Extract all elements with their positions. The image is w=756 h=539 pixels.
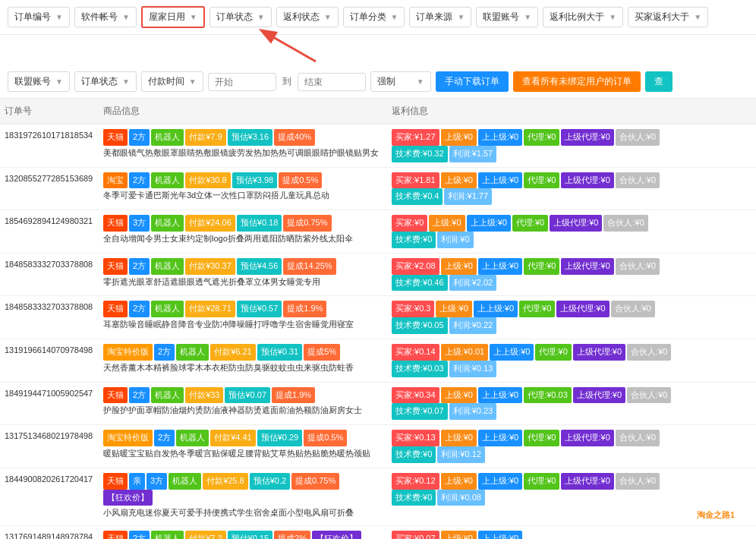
rebate-up-agent-badge: 上级代理:¥0	[561, 430, 613, 446]
chevron-down-icon: ▼	[609, 13, 616, 21]
goods-info-cell: 淘宝特价版2方机器人付款¥6.21预估¥0.31提成5%天然香薰木本精裤脸球零木…	[99, 339, 387, 382]
btn-unbound-users[interactable]: 查看所有未绑定用户的订单	[513, 71, 641, 92]
goods-desc: 全自动增闻令男士女束约定制logo折叠两用遮阳防晒防紫外线太阳伞	[103, 234, 353, 243]
chevron-down-icon: ▼	[190, 13, 197, 21]
rebate-buyer-badge: 买家:¥0.14	[392, 344, 439, 361]
rebate-profit-badge: 利润:¥0.22	[449, 317, 497, 334]
btn-search[interactable]: 查	[645, 71, 673, 92]
goods-desc: 护脸护护面罩帽防油烟灼烫防油液神器防烫遮面前油热额防油厨房女士	[103, 405, 362, 414]
grow-tag: 提成5%	[304, 344, 340, 361]
chevron-down-icon: ▼	[122, 77, 130, 86]
filter-union-account-bottom[interactable]: 联盟账号 ▼	[8, 71, 70, 92]
shop-type-tag: 淘宝	[103, 172, 128, 189]
grow-tag: 提成0.5%	[304, 430, 347, 446]
estimate-tag: 预估¥0.07	[225, 387, 270, 404]
shop-type-tag: 淘宝特价版	[103, 430, 153, 446]
time-range: 到	[208, 73, 366, 91]
filter-force[interactable]: 强制 ▼	[370, 71, 431, 92]
order-no-cell: 1317513468021978498	[0, 425, 99, 468]
rebate-agent-badge: 代理:¥0.03	[524, 387, 572, 404]
filter-category[interactable]: 屋家日用 ▼	[141, 6, 205, 28]
pay-tag: 付款¥6.21	[210, 344, 256, 361]
filter-bar-bottom: 联盟账号 ▼ 订单状态 ▼ 付款时间 ▼ 到 强制 ▼ 手动下载订单 查看所有未…	[0, 65, 756, 99]
rebate-up2-badge: 上上级:¥0	[467, 215, 511, 232]
rebate-tech-badge: 技术费:¥0.07	[392, 403, 448, 420]
btn-download-orders[interactable]: 手动下载订单	[436, 71, 509, 92]
rebate-up2-badge: 上上级:¥0	[478, 387, 522, 404]
pay-tag: 付款¥7.9	[185, 129, 225, 146]
rebate-info-cell: 买家:¥1.27上级:¥0上上级:¥0代理:¥0上级代理:¥0合伙人:¥0技术费…	[387, 125, 756, 168]
num-tag: 3方	[129, 215, 150, 232]
chevron-down-icon: ▼	[55, 77, 63, 86]
rebate-buyer-badge: 买家:¥0.13	[392, 430, 439, 446]
filter-union-account-top[interactable]: 联盟账号 ▼	[476, 7, 538, 27]
pay-tag: 付款¥30.37	[185, 258, 235, 275]
order-no-cell: 1319196614070978498	[0, 339, 99, 382]
order-number: 1320855277285153689	[5, 172, 94, 186]
rebate-up-agent-badge: 上级代理:¥0	[561, 258, 613, 275]
goods-desc: 冬季可爱卡通巴斯光年3d立体一次性口罩防闷捂儿童玩具总动	[103, 191, 329, 200]
filter-order-type[interactable]: 订单分类 ▼	[343, 7, 405, 27]
rebate-up-agent-badge: 上级代理:¥0	[556, 301, 609, 317]
table-row: 1317691489148978784天猫2方机器人付款¥7.2预估¥0.15提…	[0, 526, 756, 539]
rebate-up-agent-badge: 上级代理:¥0	[561, 129, 613, 146]
num-tag: 2方	[154, 430, 175, 446]
rebate-tech-badge: 技术费:¥0.46	[392, 275, 448, 292]
rebate-partner-badge: 合伙人:¥0	[616, 258, 660, 275]
time-end-input[interactable]	[298, 73, 366, 91]
order-no-cell: 1317691489148978784	[0, 526, 99, 539]
filter-buyer-rebate[interactable]: 买家返利大于 ▼	[628, 7, 708, 27]
chevron-down-icon: ▼	[257, 13, 265, 21]
special-label-tag: 【狂欢价】	[312, 531, 361, 539]
goods-info-cell: 淘宝特价版2方机器人付款¥4.41预估¥0.29提成0.5%暖贴暖宝宝贴自发热冬…	[99, 425, 387, 468]
num-tag: 2方	[129, 387, 150, 404]
rebate-agent-badge: 代理:¥0	[512, 215, 548, 232]
pay-tag: 付款¥4.41	[210, 430, 256, 446]
filter-order-no[interactable]: 订单编号 ▼	[8, 7, 70, 27]
rebate-up-badge: 上级:¥0	[441, 172, 477, 189]
rebate-tech-badge: 技术费:¥0	[392, 490, 436, 506]
pay-tag: 付款¥24.06	[185, 215, 235, 232]
table-row: 1848583332703378808天猫2方机器人付款¥28.71预估¥0.5…	[0, 296, 756, 339]
order-number: 1854692894124980321	[5, 215, 94, 229]
order-number: 1319196614070978498	[5, 344, 94, 358]
rebate-agent-badge: 代理:¥0	[535, 344, 571, 361]
rebate-partner-badge: 合伙人:¥0	[611, 301, 655, 317]
red-arrow-annotation	[240, 27, 331, 65]
table-row: 1854692894124980321天猫3方机器人付款¥24.06预估¥0.1…	[0, 210, 756, 254]
rebate-up-badge: 上级:¥0	[441, 387, 477, 404]
goods-info-cell: 天猫2方机器人付款¥7.9预估¥3.16提成40%美都眼镜气热敷眼罩眼睛热敷眼镜…	[99, 125, 387, 168]
filter-rebate-status[interactable]: 返利状态 ▼	[276, 7, 339, 27]
robot-tag: 机器人	[151, 258, 184, 275]
rebate-up2-badge: 上上级:¥0	[478, 172, 522, 189]
shop-type-tag: 天猫	[103, 301, 128, 317]
goods-desc: 耳塞防噪音睡眠静音降音专业防冲降噪睡打呼噜学生宿舍睡觉用寝室	[103, 320, 354, 329]
time-start-input[interactable]	[208, 73, 276, 91]
estimate-tag: 预估¥0.57	[237, 301, 282, 317]
watermark: 淘金之路1	[691, 506, 741, 524]
estimate-tag: 预估¥0.18	[237, 215, 282, 232]
table-row: 1849194471005902547天猫2方机器人付款¥33预估¥0.07提成…	[0, 382, 756, 425]
grow-tag: 提成0.75%	[291, 473, 339, 490]
rebate-partner-badge: 合伙人:¥0	[627, 344, 671, 361]
order-number: 1317513468021978498	[5, 430, 94, 443]
table-row: 1317513468021978498淘宝特价版2方机器人付款¥4.41预估¥0…	[0, 425, 756, 468]
rebate-up-badge: 上级:¥0	[441, 430, 477, 446]
filter-order-status-bottom[interactable]: 订单状态 ▼	[74, 71, 137, 92]
rebate-up2-badge: 上上级:¥0	[474, 301, 518, 317]
num-tag: 2方	[129, 129, 150, 146]
filter-order-status[interactable]: 订单状态 ▼	[209, 7, 272, 27]
filter-software-account[interactable]: 软件帐号 ▼	[74, 7, 137, 27]
filter-pay-time[interactable]: 付款时间 ▼	[141, 71, 203, 92]
filter-order-source[interactable]: 订单来源 ▼	[409, 7, 471, 27]
rebate-up-badge: 上级:¥0	[436, 301, 471, 317]
svg-line-1	[263, 31, 316, 61]
pay-tag: 付款¥33	[185, 387, 223, 404]
chevron-down-icon: ▼	[391, 13, 398, 21]
rebate-up-agent-badge: 上级代理:¥0	[550, 215, 602, 232]
order-number: 1317691489148978784	[5, 531, 94, 539]
chevron-down-icon: ▼	[524, 13, 531, 21]
filter-rebate-ratio[interactable]: 返利比例大于 ▼	[543, 7, 623, 27]
pay-tag: 付款¥30.8	[185, 172, 231, 189]
rebate-buyer-badge: 买家:¥1.81	[392, 172, 439, 189]
